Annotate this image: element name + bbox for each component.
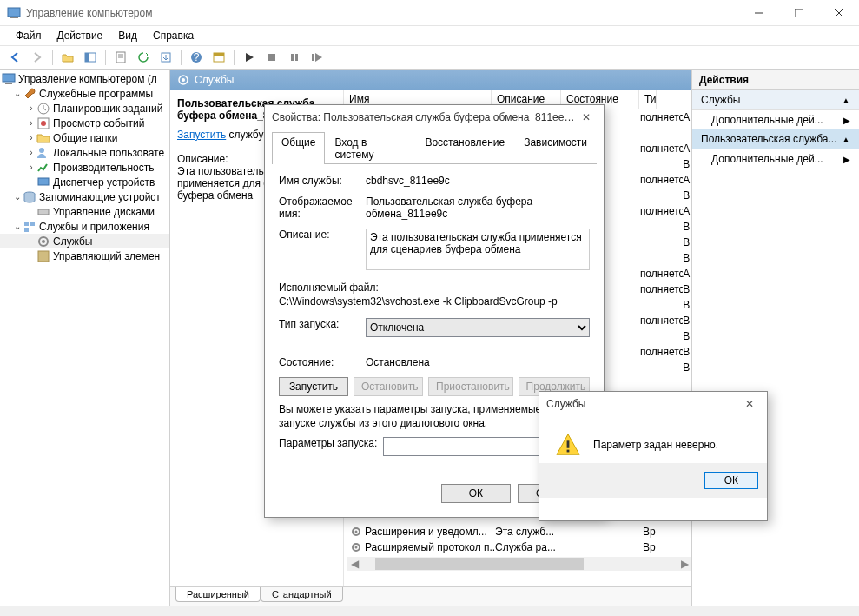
apps-icon [23, 220, 36, 234]
svg-rect-21 [5, 83, 12, 84]
val-svcname: cbdhsvc_811ee9c [366, 175, 590, 187]
actions-sec-services[interactable]: Службы▲ [692, 90, 859, 110]
forward-button[interactable] [28, 48, 47, 67]
tab-logon[interactable]: Вход в систему [325, 132, 415, 164]
lbl-exe: Исполняемый файл: [279, 282, 590, 294]
statusbar [0, 606, 859, 616]
start-service-button[interactable] [240, 48, 259, 67]
svg-rect-17 [291, 54, 294, 61]
tab-recovery[interactable]: Восстановление [415, 132, 514, 164]
perf-icon [36, 161, 50, 175]
ok-button[interactable]: ОК [441, 484, 511, 503]
menu-action[interactable]: Действие [50, 28, 110, 43]
service-row[interactable]: Расширения и уведомл...Эта служб...Вр [344, 524, 691, 540]
folder-button[interactable] [58, 48, 77, 67]
computer-icon [2, 72, 16, 86]
start-link[interactable]: Запустить [177, 129, 226, 141]
desc-textarea[interactable]: Эта пользовательская служба применяется … [366, 229, 590, 270]
pause-button: Приостановить [428, 377, 513, 396]
svg-rect-28 [38, 209, 49, 215]
svg-rect-31 [24, 228, 29, 232]
tree-eventviewer[interactable]: ›Просмотр событий [0, 116, 169, 130]
pause-service-button[interactable] [285, 48, 304, 67]
minimize-button[interactable] [739, 0, 779, 26]
restart-service-button[interactable] [307, 48, 327, 67]
app-icon [7, 6, 21, 20]
dialog-close-button[interactable]: ✕ [576, 111, 597, 123]
menu-help[interactable]: Справка [146, 28, 201, 43]
lbl-dispname: Отображаемое имя: [279, 195, 366, 220]
svg-rect-34 [38, 251, 49, 262]
detail-button[interactable] [209, 48, 228, 67]
properties-button[interactable] [111, 48, 130, 67]
svg-rect-0 [8, 8, 20, 17]
clock-icon [36, 102, 50, 116]
refresh-button[interactable] [134, 48, 153, 67]
tree-storage[interactable]: ⌄Запоминающие устройст [0, 189, 169, 204]
gear-icon [36, 235, 50, 248]
wmi-icon [36, 249, 50, 263]
window-title: Управление компьютером [26, 7, 739, 19]
tree-root[interactable]: Управление компьютером (л [0, 71, 169, 86]
lbl-state: Состояние: [279, 356, 366, 368]
export-button[interactable] [156, 48, 175, 67]
menu-view[interactable]: Вид [111, 28, 144, 43]
svg-rect-30 [30, 222, 35, 226]
svg-rect-19 [312, 54, 314, 61]
users-icon [36, 146, 50, 160]
svg-point-40 [355, 546, 358, 549]
help-button[interactable]: ? [187, 48, 206, 67]
actions-more-2[interactable]: Дополнительные дей...▶ [692, 149, 859, 169]
msg-ok-button[interactable]: ОК [704, 472, 758, 489]
actions-sec-current[interactable]: Пользовательская служба...▲ [692, 129, 859, 149]
val-state: Остановлена [366, 356, 590, 368]
start-button[interactable]: Запустить [279, 377, 348, 396]
lbl-svcname: Имя службы: [279, 175, 366, 187]
center-header: Службы [170, 70, 691, 90]
val-exe: C:\Windows\system32\svchost.exe -k Clipb… [279, 295, 590, 308]
svg-point-33 [42, 240, 45, 243]
actions-header: Действия [692, 70, 859, 90]
tree-svcapps[interactable]: ⌄Службы и приложения [0, 219, 169, 234]
svg-point-24 [41, 121, 46, 126]
tree-localusers[interactable]: ›Локальные пользовате [0, 145, 169, 160]
stop-service-button[interactable] [262, 48, 281, 67]
startup-select[interactable]: Отключена [366, 318, 590, 337]
tree-scheduler[interactable]: ›Планировщик заданий [0, 101, 169, 116]
tree-diskmgmt[interactable]: Управление дисками [0, 204, 169, 219]
tree-wmi[interactable]: Управляющий элемен [0, 248, 169, 263]
svg-rect-20 [3, 74, 15, 82]
col-type[interactable]: Ти [639, 90, 657, 109]
service-row[interactable]: Расширяемый протокол п...Служба ра...Вр [344, 540, 691, 555]
menubar: Файл Действие Вид Справка [0, 26, 859, 45]
tree-perf[interactable]: ›Производительность [0, 160, 169, 175]
svg-rect-26 [38, 178, 49, 185]
tree-devmgr[interactable]: Диспетчер устройств [0, 175, 169, 189]
dialog-tabs: Общие Вход в систему Восстановление Зави… [272, 131, 597, 164]
tab-general[interactable]: Общие [272, 132, 325, 164]
svg-text:?: ? [194, 51, 200, 63]
maximize-button[interactable] [779, 0, 819, 26]
tab-extended[interactable]: Расширенный [175, 587, 261, 602]
svg-rect-3 [795, 9, 803, 17]
svg-rect-7 [85, 53, 89, 62]
msg-text: Параметр задан неверно. [593, 439, 718, 451]
horizontal-scrollbar[interactable]: ◀ ▶ [347, 557, 691, 571]
msg-close-button[interactable]: ✕ [739, 398, 760, 410]
back-button[interactable] [5, 48, 24, 67]
tree-utilities[interactable]: ⌄ Служебные программы [0, 86, 169, 101]
menu-file[interactable]: Файл [9, 28, 49, 43]
svg-rect-1 [10, 17, 18, 18]
show-hide-button[interactable] [81, 48, 100, 67]
tree-shared[interactable]: ›Общие папки [0, 130, 169, 145]
svg-point-38 [355, 531, 358, 533]
close-button[interactable] [819, 0, 859, 26]
actions-more-1[interactable]: Дополнительные дей...▶ [692, 110, 859, 129]
tab-standard[interactable]: Стандартный [261, 587, 343, 602]
tab-deps[interactable]: Зависимости [514, 132, 597, 164]
tree-services[interactable]: Службы [0, 234, 169, 248]
disk-icon [36, 205, 50, 219]
bottom-tabs: Расширенный Стандартный [170, 586, 691, 606]
toolbar: ? [0, 45, 859, 70]
svg-rect-15 [214, 53, 224, 56]
